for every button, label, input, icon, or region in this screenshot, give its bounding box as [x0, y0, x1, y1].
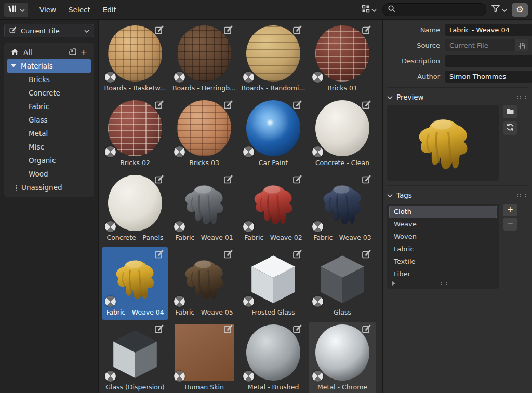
name-field[interactable] — [445, 24, 532, 36]
catalog-item-unassigned[interactable]: Unassigned — [7, 181, 91, 194]
material-icon — [105, 146, 116, 157]
add-tag-button[interactable]: + — [503, 204, 517, 216]
asset-tile[interactable]: Glass — [309, 247, 376, 320]
tool-icon[interactable] — [515, 39, 528, 51]
catalog-label: Fabric — [29, 102, 49, 111]
catalog-item-concrete[interactable]: Concrete — [7, 86, 91, 100]
chevron-down-icon — [84, 27, 89, 35]
source-value: Current File — [449, 42, 488, 49]
preview-header[interactable]: Preview — [387, 90, 528, 103]
settings-button[interactable]: ⚙ — [512, 3, 528, 17]
catalog-item-glass[interactable]: Glass — [7, 113, 91, 127]
asset-label: Boards - Basketw... — [104, 84, 166, 92]
edit-asset-icon — [361, 174, 372, 187]
panel-grip-icon[interactable] — [516, 193, 528, 197]
asset-label: Boards - Randomi... — [242, 84, 305, 92]
panel-grip-icon[interactable] — [516, 95, 528, 99]
catalog-label: Organic — [29, 156, 56, 165]
menu-select[interactable]: Select — [68, 4, 91, 16]
edit-asset-icon — [154, 249, 165, 262]
edit-asset-icon — [292, 249, 303, 262]
resize-grip-icon[interactable] — [440, 281, 449, 286]
menu-view[interactable]: View — [38, 4, 57, 16]
expand-right-icon[interactable] — [392, 281, 395, 286]
filter-button[interactable] — [491, 4, 507, 15]
asset-tile[interactable]: Concrete - Panels — [102, 172, 168, 245]
asset-tile[interactable]: Boards - Herringb... — [171, 23, 237, 96]
author-label: Author — [387, 73, 440, 80]
catalog-item-fabric[interactable]: Fabric — [7, 100, 91, 113]
asset-tile[interactable]: Glass (Dispersion) — [102, 322, 168, 393]
asset-tile[interactable]: Bricks 01 — [309, 23, 376, 96]
tag-item-cloth[interactable]: Cloth — [389, 206, 497, 218]
asset-tile[interactable]: Fabric - Weave 02 — [240, 172, 307, 245]
edit-asset-icon — [154, 24, 165, 37]
asset-label: Fabric - Weave 02 — [244, 234, 302, 241]
filter-icon — [491, 4, 500, 15]
asset-tile[interactable]: Bricks 02 — [102, 98, 168, 170]
tag-item-weave[interactable]: Weave — [389, 218, 497, 231]
catalog-item-all[interactable]: All+ — [7, 46, 91, 59]
display-mode-button[interactable] — [361, 3, 378, 17]
asset-tile[interactable]: Fabric - Weave 03 — [309, 172, 376, 245]
asset-tile[interactable]: Metal - Brushed — [240, 322, 307, 393]
source-label: Source — [387, 42, 440, 49]
preview-cloth-render — [407, 106, 479, 180]
catalog-item-misc[interactable]: Misc — [7, 140, 91, 154]
remove-tag-button[interactable]: − — [503, 218, 517, 231]
tag-item-woven[interactable]: Woven — [389, 231, 497, 243]
catalog-item-wood[interactable]: Wood — [7, 167, 91, 181]
asset-tile[interactable]: Boards - Randomi... — [240, 23, 307, 96]
search-field[interactable] — [382, 3, 486, 16]
tags-header[interactable]: Tags — [387, 188, 528, 201]
asset-library-select[interactable]: Current File — [4, 24, 94, 37]
asset-tile[interactable]: Fabric - Weave 01 — [171, 172, 237, 245]
catalog-item-metal[interactable]: Metal — [7, 127, 91, 140]
asset-label: Glass (Dispersion) — [105, 383, 165, 391]
chevron-down-icon — [371, 5, 377, 15]
edit-asset-icon — [361, 323, 372, 336]
asset-label: Frosted Glass — [251, 308, 295, 316]
edit-asset-icon — [292, 174, 303, 187]
asset-browser-window: View Select Edit — [0, 0, 532, 393]
asset-tile[interactable]: Car Paint — [240, 98, 307, 170]
add-catalog-icon[interactable]: + — [81, 48, 87, 57]
author-field[interactable] — [445, 71, 532, 83]
asset-label: Fabric - Weave 01 — [175, 234, 233, 241]
asset-tile[interactable]: Concrete - Clean — [309, 98, 376, 170]
editor-type-button[interactable] — [4, 3, 28, 17]
refresh-icon — [506, 123, 514, 133]
asset-label: Metal - Chrome — [317, 383, 367, 391]
edit-asset-icon — [223, 99, 234, 112]
asset-tile[interactable]: Frosted Glass — [240, 247, 307, 320]
material-icon — [312, 371, 323, 382]
edit-asset-icon — [223, 24, 234, 37]
asset-tile[interactable]: Fabric - Weave 05 — [171, 247, 237, 320]
catalog-item-materials[interactable]: Materials — [7, 59, 91, 73]
tag-item-textile[interactable]: Textile — [389, 255, 497, 268]
tag-item-fiber[interactable]: Fiber — [389, 268, 497, 280]
search-input[interactable] — [399, 6, 487, 13]
tag-item-fabric[interactable]: Fabric — [389, 243, 497, 255]
load-custom-preview-button[interactable] — [503, 105, 517, 118]
asset-tile[interactable]: Boards - Basketw... — [102, 23, 168, 96]
disclosure-triangle-icon[interactable] — [11, 64, 16, 67]
material-icon — [174, 221, 185, 232]
asset-label: Fabric - Weave 03 — [313, 234, 371, 241]
catalog-item-organic[interactable]: Organic — [7, 154, 91, 167]
asset-tile[interactable]: Metal - Chrome — [309, 322, 376, 393]
chevron-down-icon — [20, 5, 25, 15]
search-icon — [388, 5, 395, 15]
asset-label: Boards - Herringb... — [172, 84, 236, 92]
asset-tile[interactable]: Bricks 03 — [171, 98, 237, 170]
asset-tile[interactable]: Human Skin — [171, 322, 237, 393]
edit-asset-icon — [223, 249, 234, 262]
generate-preview-button[interactable] — [503, 121, 517, 135]
description-field[interactable] — [445, 55, 532, 67]
asset-tile[interactable]: Fabric - Weave 04 — [102, 247, 168, 320]
menu-edit[interactable]: Edit — [102, 4, 117, 16]
catalog-item-bricks[interactable]: Bricks — [7, 73, 91, 86]
new-catalog-icon[interactable] — [69, 48, 77, 57]
asset-browser-icon — [7, 5, 18, 15]
source-sidebar: Current File All+MaterialsBricksConcrete… — [0, 20, 99, 393]
